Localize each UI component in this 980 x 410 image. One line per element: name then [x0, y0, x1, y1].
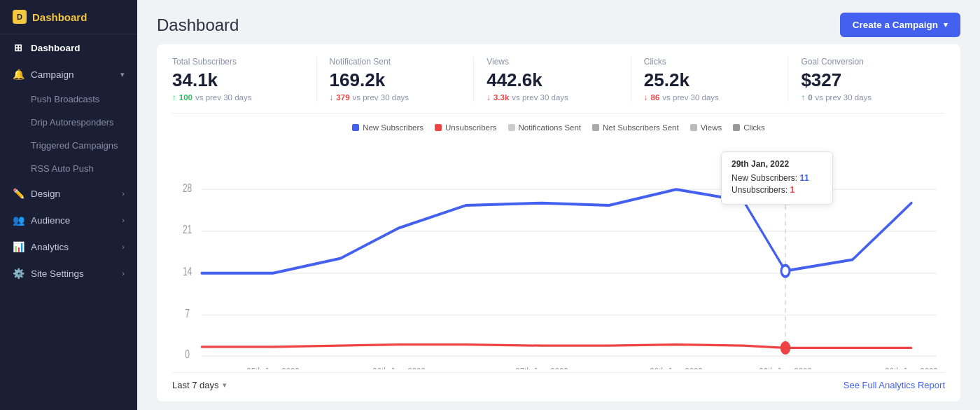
- svg-text:28th Jan, 2022: 28th Jan, 2022: [650, 366, 702, 369]
- dashboard-card: Total Subscribers 34.1k ↑ 100 vs prev 30…: [157, 44, 960, 402]
- sidebar-item-audience[interactable]: 👥 Audience ›: [0, 207, 137, 233]
- legend-dot: [592, 124, 599, 131]
- sidebar-item-label: Campaign: [31, 69, 74, 80]
- stat-value: 169.2k: [330, 69, 461, 91]
- legend-dot: [508, 124, 515, 131]
- legend-views: Views: [690, 123, 722, 132]
- top-bar: Dashboard Create a Campaign ▾: [137, 0, 980, 44]
- legend-new-subscribers: New Subscribers: [352, 123, 424, 132]
- svg-text:14: 14: [183, 265, 192, 278]
- svg-text:28: 28: [183, 182, 192, 194]
- svg-text:29th Jan, 2022: 29th Jan, 2022: [759, 366, 811, 369]
- change-text: vs prev 30 days: [662, 93, 719, 102]
- legend-dot: [733, 124, 740, 131]
- stat-change: ↑ 0 vs prev 30 days: [801, 93, 932, 102]
- legend-label: New Subscribers: [363, 123, 424, 132]
- stat-views: Views 442.6k ↓ 3.3k vs prev 30 days: [474, 57, 631, 102]
- logo-icon: D: [13, 10, 27, 24]
- svg-text:26th Jan, 2022: 26th Jan, 2022: [372, 366, 425, 369]
- arrow-up-icon: ↑: [172, 93, 176, 102]
- legend-label: Clicks: [743, 123, 765, 132]
- site-settings-icon: ⚙️: [13, 268, 24, 279]
- sidebar-item-dashboard[interactable]: ⊞ Dashboard: [0, 34, 137, 61]
- stat-goal-conversion: Goal Conversion $327 ↑ 0 vs prev 30 days: [788, 57, 945, 102]
- stats-row: Total Subscribers 34.1k ↑ 100 vs prev 30…: [172, 57, 945, 114]
- legend-dot: [690, 124, 697, 131]
- stat-value: 34.1k: [172, 69, 304, 91]
- svg-text:21: 21: [183, 224, 192, 236]
- legend-label: Net Subscribers Sent: [603, 123, 679, 132]
- chart-bottom-bar: Last 7 days ▾ See Full Analytics Report: [172, 372, 945, 390]
- stat-total-subscribers: Total Subscribers 34.1k ↑ 100 vs prev 30…: [172, 57, 317, 102]
- sidebar-item-design[interactable]: ✏️ Design ›: [0, 180, 137, 207]
- sidebar-item-analytics[interactable]: 📊 Analytics ›: [0, 233, 137, 260]
- period-label: Last 7 days: [172, 380, 219, 390]
- sidebar-sub-drip-autoresponders[interactable]: Drip Autoresponders: [0, 111, 137, 134]
- chart-area: New Subscribers Unsubscribers Notificati…: [172, 123, 945, 369]
- change-text: vs prev 30 days: [195, 93, 252, 102]
- sidebar: D Dashboard ⊞ Dashboard 🔔 Campaign ▾ Pus…: [0, 0, 137, 410]
- stat-change: ↓ 3.3k vs prev 30 days: [486, 93, 618, 102]
- sidebar-sub-triggered-campaigns[interactable]: Triggered Campaigns: [0, 134, 137, 157]
- chart-svg-wrapper: 0 7 14 21 28 25th Jan, 2022 26th Jan, 20…: [172, 137, 945, 364]
- legend-dot: [435, 124, 442, 131]
- change-val: 86: [651, 93, 660, 102]
- chart-legend: New Subscribers Unsubscribers Notificati…: [172, 123, 945, 132]
- svg-text:30th Jan, 2022: 30th Jan, 2022: [885, 366, 937, 369]
- change-text: vs prev 30 days: [816, 93, 872, 102]
- period-chevron-down-icon: ▾: [223, 381, 227, 390]
- sidebar-item-site-settings[interactable]: ⚙️ Site Settings ›: [0, 260, 137, 287]
- stat-label: Clicks: [644, 57, 776, 67]
- design-icon: ✏️: [13, 188, 24, 199]
- legend-label: Notifications Sent: [519, 123, 582, 132]
- change-val: 3.3k: [493, 93, 509, 102]
- stat-value: 442.6k: [486, 69, 618, 91]
- change-val: 0: [808, 93, 812, 102]
- stat-label: Notification Sent: [330, 57, 461, 67]
- change-val: 100: [179, 93, 192, 102]
- create-campaign-button[interactable]: Create a Campaign ▾: [840, 13, 960, 37]
- sidebar-item-campaign[interactable]: 🔔 Campaign ▾: [0, 61, 137, 88]
- stat-change: ↓ 379 vs prev 30 days: [330, 93, 461, 102]
- period-selector[interactable]: Last 7 days ▾: [172, 380, 227, 390]
- arrow-down-icon: ↓: [644, 93, 648, 102]
- change-val: 379: [336, 93, 349, 102]
- stat-label: Views: [486, 57, 618, 67]
- legend-unsubscribers: Unsubscribers: [435, 123, 497, 132]
- see-full-report-link[interactable]: See Full Analytics Report: [844, 380, 945, 390]
- stat-value: 25.2k: [644, 69, 776, 91]
- legend-label: Unsubscribers: [445, 123, 497, 132]
- svg-text:27th Jan, 2022: 27th Jan, 2022: [515, 366, 568, 369]
- main-content: Dashboard Create a Campaign ▾ Total Subs…: [137, 0, 980, 410]
- chevron-right-icon: ›: [122, 189, 125, 198]
- stat-value: $327: [801, 69, 932, 91]
- legend-dot: [352, 124, 359, 131]
- arrow-down-icon: ↓: [486, 93, 491, 102]
- chevron-down-icon: ▾: [120, 70, 125, 79]
- chevron-right-icon: ›: [122, 216, 125, 224]
- change-text: vs prev 30 days: [512, 93, 568, 102]
- stat-label: Total Subscribers: [172, 57, 304, 67]
- sidebar-item-label: Audience: [31, 215, 70, 226]
- stat-change: ↓ 86 vs prev 30 days: [644, 93, 776, 102]
- dashboard-icon: ⊞: [13, 42, 24, 53]
- sidebar-logo-text: Dashboard: [32, 11, 87, 23]
- sidebar-item-label: Dashboard: [31, 43, 80, 53]
- sidebar-sub-push-broadcasts[interactable]: Push Broadcasts: [0, 88, 137, 111]
- stat-change: ↑ 100 vs prev 30 days: [172, 93, 304, 102]
- sidebar-item-label: Analytics: [31, 242, 69, 252]
- btn-chevron-down-icon: ▾: [944, 20, 948, 29]
- stat-label: Goal Conversion: [801, 57, 932, 67]
- sidebar-logo[interactable]: D Dashboard: [0, 0, 137, 34]
- chart-datapoint-red: [781, 342, 790, 353]
- sidebar-item-label: Design: [31, 189, 60, 199]
- campaign-icon: 🔔: [13, 69, 24, 80]
- arrow-up-icon: ↑: [801, 93, 805, 102]
- svg-text:7: 7: [185, 307, 190, 320]
- legend-net-subscribers-sent: Net Subscribers Sent: [592, 123, 679, 132]
- svg-text:25th Jan, 2022: 25th Jan, 2022: [246, 366, 299, 369]
- analytics-icon: 📊: [13, 241, 24, 252]
- sidebar-item-label: Site Settings: [31, 268, 84, 279]
- sidebar-sub-rss-auto-push[interactable]: RSS Auto Push: [0, 157, 137, 180]
- create-campaign-label: Create a Campaign: [853, 20, 938, 30]
